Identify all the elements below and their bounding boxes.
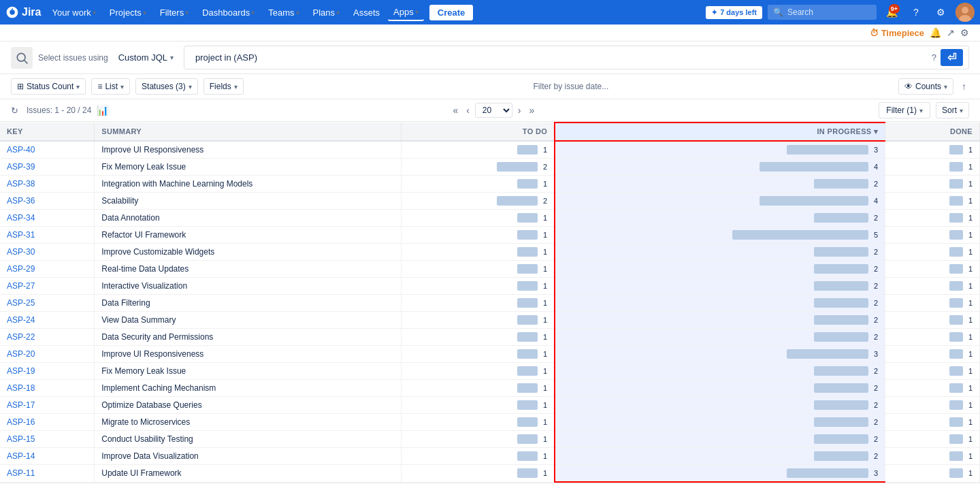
col-header-inprogress[interactable]: In Progress ▾ (555, 123, 885, 141)
page-size-select[interactable]: 20 50 100 (475, 103, 512, 118)
issue-key[interactable]: ASP-36 (7, 196, 35, 206)
issue-key[interactable]: ASP-34 (7, 213, 35, 223)
prev-page-button[interactable]: ‹ (463, 103, 472, 117)
star-icon: ✦ (711, 8, 717, 17)
issue-key[interactable]: ASP-24 (7, 315, 35, 325)
issue-key[interactable]: ASP-16 (7, 417, 35, 427)
export-button[interactable]: ↑ (959, 78, 969, 95)
notification-icon[interactable]: 🔔 (930, 27, 941, 38)
issue-key[interactable]: ASP-14 (7, 451, 35, 461)
todo-count: 1 (540, 418, 547, 426)
issue-key[interactable]: ASP-20 (7, 349, 35, 359)
issue-key-cell: ASP-16 (0, 414, 95, 431)
toolbar: ⊞ Status Count ▾ ≡ List ▾ Statuses (3) ▾… (0, 74, 980, 99)
chart-icon[interactable]: 📊 (97, 105, 108, 116)
last-page-button[interactable]: » (527, 103, 538, 117)
col-header-todo[interactable]: To Do (402, 123, 555, 141)
nav-apps[interactable]: Apps ▾ (388, 4, 424, 21)
nav-filters[interactable]: Filters ▾ (154, 5, 194, 20)
issue-key[interactable]: ASP-15 (7, 434, 35, 444)
issue-inprogress-cell: 2 (555, 261, 885, 278)
user-avatar[interactable] (956, 3, 975, 22)
inprogress-count: 4 (871, 163, 878, 171)
status-count-button[interactable]: ⊞ Status Count ▾ (11, 78, 86, 95)
nav-your-work[interactable]: Your work ▾ (46, 5, 101, 20)
todo-count: 1 (540, 384, 547, 392)
issue-inprogress-cell: 3 (555, 141, 885, 159)
create-button[interactable]: Create (429, 5, 473, 20)
issue-key[interactable]: ASP-38 (7, 179, 35, 189)
timepiece-logo: ⏱ Timepiece (870, 28, 924, 38)
settings-icon[interactable]: ⚙ (960, 27, 969, 38)
fields-button[interactable]: Fields ▾ (203, 78, 244, 95)
custom-jql-selector[interactable]: Custom JQL ▾ (114, 50, 178, 65)
sort-button[interactable]: Sort ▾ (936, 102, 969, 118)
issue-summary: Real-time Data Updates (101, 264, 189, 274)
trial-badge[interactable]: ✦ 7 days left (706, 6, 762, 19)
issue-key[interactable]: ASP-31 (7, 230, 35, 240)
table-row: ASP-39 Fix Memory Leak Issue 2 4 1 (0, 159, 980, 176)
filter-date-button[interactable]: Filter by issue date... (249, 82, 893, 91)
statuses-button[interactable]: Statuses (3) ▾ (135, 78, 198, 95)
table-body: ASP-40 Improve UI Responsiveness 1 3 1 A… (0, 141, 980, 482)
todo-count: 1 (540, 282, 547, 290)
done-count: 1 (966, 163, 973, 171)
timepiece-actions: 🔔 ↗ ⚙ (930, 27, 969, 38)
issue-inprogress-cell: 2 (555, 329, 885, 346)
list-view-button[interactable]: ≡ List ▾ (91, 78, 130, 95)
done-count: 1 (966, 316, 973, 324)
notifications-button[interactable]: 🔔 9+ (882, 3, 901, 22)
issue-key[interactable]: ASP-17 (7, 400, 35, 410)
issue-todo-cell: 1 (402, 227, 555, 244)
issue-key[interactable]: ASP-30 (7, 247, 35, 257)
issue-key[interactable]: ASP-39 (7, 162, 35, 172)
nav-projects[interactable]: Projects ▾ (104, 5, 152, 20)
help-icon[interactable]: ? (932, 52, 936, 63)
table-row: ASP-14 Improve Data Visualization 1 2 1 (0, 448, 980, 465)
search-button[interactable]: 🔍 Search (768, 5, 877, 20)
nav-teams[interactable]: Teams ▾ (263, 5, 304, 20)
issue-key[interactable]: ASP-25 (7, 298, 35, 308)
issue-summary: Improve Data Visualization (101, 451, 199, 461)
col-header-key: Key (0, 123, 95, 141)
issue-summary: Implement Caching Mechanism (101, 383, 216, 393)
issue-inprogress-cell: 2 (555, 431, 885, 448)
first-page-button[interactable]: « (450, 103, 461, 117)
inprogress-count: 2 (871, 333, 878, 341)
logo-text: Jira (22, 6, 41, 18)
list-icon: ≡ (97, 82, 102, 91)
jira-logo[interactable]: Jira (5, 5, 41, 19)
jql-search-button[interactable]: ⏎ (941, 49, 963, 66)
filter-button[interactable]: Filter (1) ▾ (879, 102, 930, 118)
issue-key-cell: ASP-15 (0, 431, 95, 448)
issue-inprogress-cell: 2 (555, 448, 885, 465)
chevron-down-icon: ▾ (944, 83, 947, 91)
issues-count: Issues: 1 - 20 / 24 (27, 106, 91, 115)
issue-key[interactable]: ASP-40 (7, 145, 35, 155)
issue-summary: Data Annotation (101, 213, 159, 223)
share-icon[interactable]: ↗ (947, 27, 955, 38)
col-header-done[interactable]: Done (885, 123, 980, 141)
done-count: 1 (966, 418, 973, 426)
nav-plans[interactable]: Plans ▾ (308, 5, 346, 20)
issue-key[interactable]: ASP-22 (7, 332, 35, 342)
issues-table-wrapper: Key Summary To Do In Progress ▾ Done ASP… (0, 122, 980, 483)
jql-input[interactable] (190, 50, 928, 65)
issue-key[interactable]: ASP-29 (7, 264, 35, 274)
settings-button[interactable]: ⚙ (931, 3, 950, 22)
next-page-button[interactable]: › (515, 103, 524, 117)
refresh-icon[interactable]: ↻ (11, 106, 18, 116)
issue-key[interactable]: ASP-18 (7, 383, 35, 393)
issue-key[interactable]: ASP-27 (7, 281, 35, 291)
counts-button[interactable]: 👁 Counts ▾ (898, 78, 953, 95)
issue-summary: Integration with Machine Learning Models (101, 179, 252, 189)
inprogress-count: 3 (871, 469, 878, 477)
issue-todo-cell: 1 (402, 448, 555, 465)
issue-key[interactable]: ASP-19 (7, 366, 35, 376)
issue-key[interactable]: ASP-11 (7, 468, 35, 478)
issue-inprogress-cell: 2 (555, 380, 885, 397)
help-button[interactable]: ? (906, 3, 926, 22)
issue-inprogress-cell: 4 (555, 193, 885, 210)
nav-dashboards[interactable]: Dashboards ▾ (197, 5, 260, 20)
nav-assets[interactable]: Assets (348, 5, 385, 20)
